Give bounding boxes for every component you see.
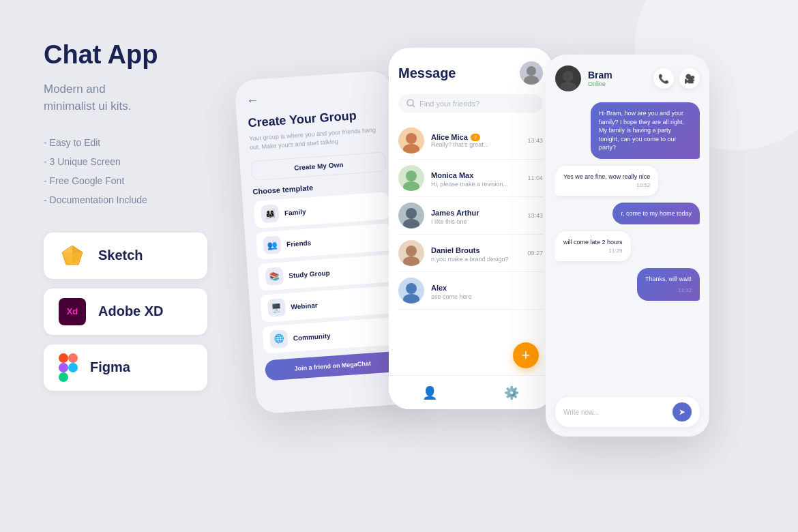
svg-point-16 [403, 181, 419, 191]
feature-1: - Easy to Edit [44, 137, 241, 148]
phone-create-group: ← Create Your Group Your group is where … [234, 70, 414, 415]
template-friends[interactable]: 👥 Friends [256, 223, 392, 260]
svg-line-12 [413, 105, 415, 107]
template-study-group[interactable]: 📚 Study Group [258, 254, 394, 291]
svg-point-15 [406, 171, 417, 181]
create-group-desc: Your group is where you and your friends… [249, 125, 385, 151]
chat-item-james[interactable]: James Arthur I like this one 13:43 [398, 197, 543, 235]
fab-add-button[interactable]: + [513, 342, 539, 368]
svg-rect-8 [59, 372, 68, 382]
svg-point-19 [406, 246, 417, 256]
feature-3: - Free Google Font [44, 175, 241, 186]
svg-point-23 [563, 71, 574, 82]
message-bubble-out-1: Hi Bram, how are you and your family? I … [591, 102, 700, 159]
svg-point-14 [403, 144, 419, 153]
phones-area: ← Create Your Group Your group is where … [246, 20, 791, 525]
alice-info: Alice Mica 7 Really? that's great... [431, 133, 527, 148]
subtitle: Modern andminimalist ui kits. [44, 80, 241, 115]
chat-item-daniel[interactable]: Daniel Brouts n you make a brand design?… [398, 235, 543, 272]
sketch-label: Sketch [98, 248, 143, 263]
svg-point-24 [560, 82, 576, 91]
alex-info: Alex ase come here [431, 281, 543, 300]
left-panel: Chat App Modern andminimalist ui kits. -… [44, 41, 241, 400]
back-button[interactable]: ← [246, 85, 382, 108]
figma-icon [59, 354, 78, 381]
xd-icon: Xd [59, 298, 86, 325]
message-bubble-in-2: will come late 2 hours 11:29 [555, 231, 631, 261]
chat-user-info: Bram Online [555, 65, 612, 91]
webinar-icon: 🖥️ [267, 298, 286, 317]
svg-rect-5 [68, 353, 78, 363]
svg-point-17 [406, 208, 417, 219]
chat-user-name: Bram [588, 70, 612, 80]
features-list: - Easy to Edit - 3 Unique Screen - Free … [44, 137, 241, 205]
create-my-own-btn[interactable]: Create My Own [250, 152, 387, 181]
svg-point-10 [524, 76, 539, 85]
feature-2: - 3 Unique Screen [44, 156, 241, 167]
adobe-xd-badge[interactable]: Xd Adobe XD [44, 289, 207, 335]
chat-user-status: Online [588, 80, 612, 87]
search-icon [407, 99, 415, 108]
svg-point-21 [406, 283, 417, 294]
svg-rect-4 [59, 353, 68, 363]
figma-label: Figma [90, 359, 130, 375]
study-icon: 📚 [265, 267, 284, 286]
template-community[interactable]: 🌐 Community [262, 317, 398, 354]
community-icon: 🌐 [269, 329, 289, 349]
svg-point-20 [403, 256, 419, 266]
video-call-button[interactable]: 🎥 [679, 68, 700, 89]
main-title: Chat App [44, 41, 241, 70]
message-bubble-out-3: Thanks, will wait! 11:32 [637, 268, 700, 301]
feature-4: - Documentation Include [44, 194, 241, 205]
james-avatar [398, 203, 424, 228]
svg-point-18 [403, 219, 419, 228]
message-input-placeholder: Write now... [563, 409, 673, 416]
messages-title: Message [398, 65, 456, 81]
daniel-info: Daniel Brouts n you make a brand design? [431, 243, 527, 263]
phone-messages: Message Find your friends? Alice Mica 7 [389, 48, 552, 409]
bottom-navigation: 👤 ⚙️ [389, 375, 552, 409]
user-avatar [520, 61, 543, 85]
chat-conversation-header: Bram Online 📞 🎥 [555, 65, 700, 91]
svg-point-11 [407, 100, 413, 106]
family-icon: 👨‍👩‍👧 [261, 205, 280, 224]
template-family[interactable]: 👨‍👩‍👧 Family [254, 192, 390, 228]
daniel-avatar [398, 240, 424, 266]
phone-call-button[interactable]: 📞 [653, 68, 674, 89]
chat-item-monica[interactable]: Monica Max Hi, please make a revision...… [398, 160, 543, 197]
phone-chat-conversation: Bram Online 📞 🎥 Hi Bram, how are you and… [546, 55, 709, 437]
join-megachat-btn[interactable]: Join a friend on MegaChat [265, 351, 401, 381]
message-input-area[interactable]: Write now... ➤ [555, 397, 700, 427]
send-message-button[interactable]: ➤ [673, 402, 692, 422]
settings-nav-icon[interactable]: ⚙️ [504, 385, 519, 400]
svg-rect-7 [68, 363, 78, 372]
bram-avatar [555, 65, 581, 91]
monica-avatar [398, 165, 424, 191]
template-webinar[interactable]: 🖥️ Webinar [260, 286, 396, 323]
monica-info: Monica Max Hi, please make a revision... [431, 168, 527, 188]
svg-point-22 [403, 294, 419, 304]
friends-icon: 👥 [263, 236, 282, 255]
messages-area: Hi Bram, how are you and your family? I … [555, 102, 700, 390]
xd-label: Adobe XD [98, 304, 164, 319]
alice-avatar [398, 128, 424, 153]
figma-badge[interactable]: Figma [44, 344, 207, 391]
message-bubble-in-1: Yes we are fine, wow really nice 10:52 [555, 166, 658, 196]
message-bubble-out-2: r, come to my home today [612, 203, 700, 225]
search-bar[interactable]: Find your friends? [398, 94, 543, 113]
search-placeholder: Find your friends? [419, 100, 479, 108]
message-header: Message [398, 61, 543, 85]
sketch-icon [59, 242, 86, 269]
svg-rect-6 [59, 363, 68, 372]
alex-avatar [398, 278, 424, 304]
james-info: James Arthur I like this one [431, 206, 527, 225]
home-nav-icon[interactable]: 👤 [422, 385, 437, 400]
chat-item-alex[interactable]: Alex ase come here [398, 272, 543, 310]
svg-point-9 [527, 66, 536, 76]
svg-point-13 [406, 133, 417, 144]
sketch-badge[interactable]: Sketch [44, 233, 207, 279]
chat-action-buttons: 📞 🎥 [653, 68, 700, 89]
chat-item-alice[interactable]: Alice Mica 7 Really? that's great... 13:… [398, 122, 543, 160]
